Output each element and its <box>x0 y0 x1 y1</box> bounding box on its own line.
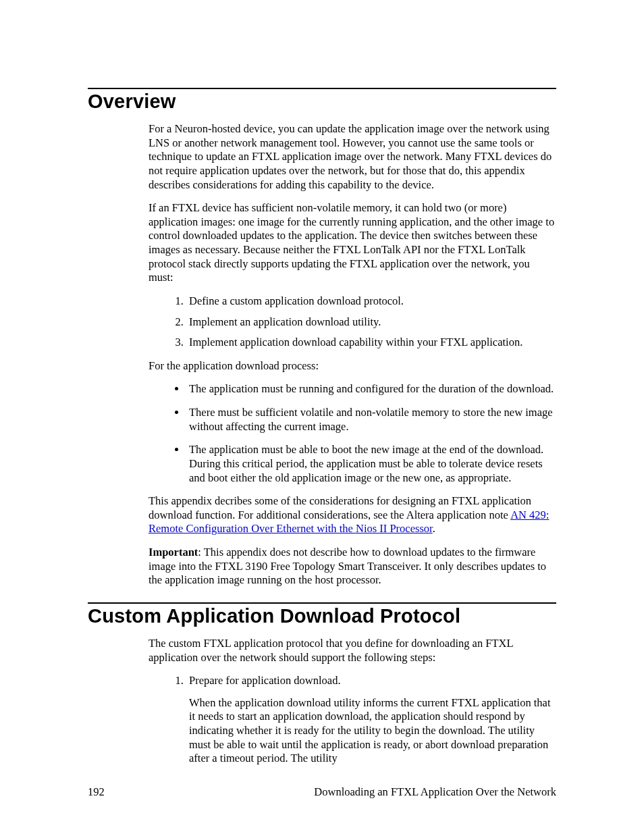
overview-numbered-list: Define a custom application download pro… <box>149 294 556 350</box>
overview-body: For a Neuron-hosted device, you can upda… <box>149 122 556 588</box>
list-item: The application must be running and conf… <box>186 382 556 396</box>
step-body: When the application download utility in… <box>189 696 556 766</box>
overview-p4-pre: This appendix decribes some of the consi… <box>149 494 531 521</box>
list-item: Define a custom application download pro… <box>186 294 556 309</box>
page-content: Overview For a Neuron-hosted device, you… <box>0 0 644 766</box>
overview-bullet-list: The application must be running and conf… <box>149 382 556 485</box>
custom-p1: The custom FTXL application protocol tha… <box>149 637 556 664</box>
page-number: 192 <box>88 785 105 799</box>
overview-p4-post: . <box>433 522 435 535</box>
list-item: Implement an application download utilit… <box>186 315 556 330</box>
important-label: Important <box>149 546 198 558</box>
overview-p5: Important: This appendix does not descri… <box>149 546 556 588</box>
footer-title: Downloading an FTXL Application Over the… <box>314 785 556 799</box>
custom-protocol-body: The custom FTXL application protocol tha… <box>149 637 556 766</box>
overview-p2: If an FTXL device has sufficient non-vol… <box>149 201 556 285</box>
overview-p4: This appendix decribes some of the consi… <box>149 494 556 536</box>
section-custom-protocol: Custom Application Download Protocol The… <box>88 602 556 766</box>
heading-custom-protocol: Custom Application Download Protocol <box>88 605 556 627</box>
list-item: There must be sufficient volatile and no… <box>186 406 556 434</box>
overview-p1: For a Neuron-hosted device, you can upda… <box>149 122 556 192</box>
heading-overview: Overview <box>88 90 556 113</box>
page-footer: 192 Downloading an FTXL Application Over… <box>88 785 556 799</box>
step-lead: Prepare for application download. <box>189 674 341 687</box>
important-text: : This appendix does not describe how to… <box>149 546 546 586</box>
list-item: Prepare for application download. When t… <box>186 674 556 766</box>
list-item: Implement application download capabilit… <box>186 336 556 350</box>
custom-numbered-list: Prepare for application download. When t… <box>149 674 556 766</box>
list-item: The application must be able to boot the… <box>186 443 556 485</box>
section-rule <box>88 602 556 604</box>
section-rule <box>88 88 556 89</box>
overview-p3: For the application download process: <box>149 359 556 373</box>
